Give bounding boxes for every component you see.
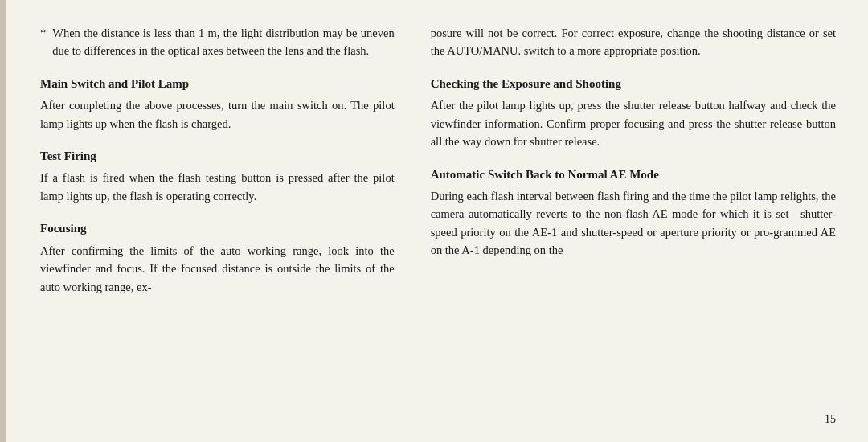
page-container: * When the distance is less than 1 m, th… xyxy=(0,0,868,442)
section-auto-switch: Automatic Switch Back to Normal AE Mode … xyxy=(431,166,836,260)
section-body-auto-switch: During each flash interval between flash… xyxy=(431,187,836,260)
bullet-section: * When the distance is less than 1 m, th… xyxy=(40,24,395,60)
section-checking-exposure: Checking the Exposure and Shooting After… xyxy=(431,75,836,151)
right-intro-text: posure will not be correct. For correct … xyxy=(431,24,836,60)
bullet-text: * When the distance is less than 1 m, th… xyxy=(40,24,395,60)
section-focusing: Focusing After confirming the limits of … xyxy=(40,219,395,296)
section-title-checking-exposure: Checking the Exposure and Shooting xyxy=(431,75,836,93)
section-title-focusing: Focusing xyxy=(40,219,395,238)
left-column: * When the distance is less than 1 m, th… xyxy=(40,24,419,418)
section-title-test-firing: Test Firing xyxy=(40,147,395,166)
section-body-main-switch: After completing the above processes, tu… xyxy=(40,96,395,133)
section-body-checking-exposure: After the pilot lamp lights up, press th… xyxy=(431,96,836,150)
section-body-focusing: After confirming the limits of the auto … xyxy=(40,242,395,296)
section-title-main-switch: Main Switch and Pilot Lamp xyxy=(40,75,395,93)
section-title-auto-switch: Automatic Switch Back to Normal AE Mode xyxy=(431,166,836,184)
bullet-content: When the distance is less than 1 m, the … xyxy=(52,24,394,60)
right-column: posure will not be correct. For correct … xyxy=(419,24,836,418)
section-test-firing: Test Firing If a flash is fired when the… xyxy=(40,147,395,205)
page-number: 15 xyxy=(825,413,836,426)
left-bar xyxy=(0,0,6,442)
bullet-star: * xyxy=(40,24,46,60)
section-main-switch: Main Switch and Pilot Lamp After complet… xyxy=(40,75,395,133)
section-body-test-firing: If a flash is fired when the flash testi… xyxy=(40,169,395,205)
